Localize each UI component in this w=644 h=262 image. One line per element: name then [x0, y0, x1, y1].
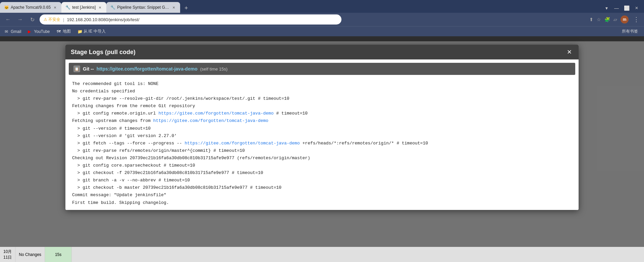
- all-bookmarks-label[interactable]: 所有书签: [622, 29, 638, 34]
- git-icon: 📋: [73, 66, 80, 72]
- modal-title: Stage Logs (pull code): [71, 49, 136, 56]
- tab2-label: test [Jenkins]: [72, 5, 96, 10]
- browser-chrome: 🐱 Apache Tomcat/9.0.65 ✕ 🔧 test [Jenkins…: [0, 0, 644, 36]
- log-line-12: > git checkout -f 20739ec21b16fa6a30db08…: [72, 169, 572, 177]
- log-link-8[interactable]: https://gitee.com/forgotten/tomcat-java-…: [184, 141, 300, 146]
- bookmarks-bar: ✉ Gmail ▶ YouTube 🗺 地图 📁 从 IE 中导入 所有书签: [0, 26, 644, 36]
- window-minimize-btn[interactable]: —: [612, 3, 621, 13]
- bookmark-youtube-label: YouTube: [34, 29, 50, 34]
- tab-bar: 🐱 Apache Tomcat/9.0.65 ✕ 🔧 test [Jenkins…: [0, 0, 644, 13]
- tab1-favicon: 🐱: [4, 5, 9, 10]
- bookmark-ie-import-label: 从 IE 中导入: [84, 29, 106, 34]
- address-bar-row: ← → ↻ ⚠ 不安全 | 192.168.200.10:8080/jenkin…: [0, 13, 644, 26]
- tab3-favicon: 🔧: [110, 5, 115, 10]
- tab2-close[interactable]: ✕: [98, 5, 102, 10]
- address-box[interactable]: ⚠ 不安全 | 192.168.200.10:8080/jenkins/job/…: [40, 14, 341, 25]
- git-self-time: (self time 15s): [200, 67, 228, 72]
- bottom-date: 10月11日: [3, 249, 12, 260]
- address-url: 192.168.200.10:8080/jenkins/job/test/: [67, 17, 139, 22]
- youtube-favicon: ▶: [28, 29, 33, 34]
- log-line-0: The recommended git tool is: NONE: [72, 80, 572, 88]
- log-line-14: > git checkout -b master 20739ec21b16fa6…: [72, 184, 572, 191]
- stage-logs-modal: Stage Logs (pull code) ✕ 📋 Git -- https:…: [65, 45, 579, 210]
- bottom-time-cell: 15s: [45, 247, 72, 262]
- share-icon[interactable]: ⬆: [589, 17, 593, 22]
- bookmarks-right: 所有书签: [622, 29, 641, 34]
- log-line-7: > git --version # 'git version 2.27.0': [72, 132, 572, 140]
- window-maximize-btn[interactable]: ⬜: [622, 3, 631, 13]
- gmail-favicon: ✉: [5, 29, 9, 34]
- log-line-2: > git rev-parse --resolve-git-dir /root/…: [72, 95, 572, 102]
- bookmark-star-icon[interactable]: ☆: [597, 17, 601, 22]
- bookmark-gmail-label: Gmail: [11, 29, 21, 34]
- log-link-5[interactable]: https://gitee.com/forgotten/tomcat-java-…: [153, 118, 268, 123]
- log-line-9: > git rev-parse refs/remotes/origin/mast…: [72, 147, 572, 155]
- log-line-11: > git config core.sparsecheckout # timeo…: [72, 162, 572, 169]
- log-line-6: > git --version # timeout=10: [72, 125, 572, 132]
- log-line-1: No credentials specified: [72, 88, 572, 95]
- bottom-date-cell: 10月11日: [0, 247, 15, 262]
- tab3-label: Pipeline Syntax: Snippet Gene...: [117, 5, 169, 10]
- bookmark-gmail[interactable]: ✉ Gmail: [3, 29, 22, 35]
- log-link-4[interactable]: https://gitee.com/forgotten/tomcat-java-…: [158, 111, 273, 116]
- window-controls: ▾ — ⬜ ✕: [602, 3, 644, 13]
- back-button[interactable]: ←: [3, 15, 13, 24]
- tab3-close[interactable]: ✕: [171, 5, 176, 10]
- browser-menu-button[interactable]: ⋮: [632, 14, 641, 25]
- log-line-13: > git branch -a -v --no-abbrev # timeout…: [72, 177, 572, 184]
- sidebar-icon[interactable]: ▱: [613, 17, 617, 22]
- address-right-icons: ⬆ ☆ 🧩 ▱ m ⋮: [589, 14, 641, 25]
- log-line-10: Checking out Revision 20739ec21b16fa6a30…: [72, 155, 572, 162]
- bookmark-youtube[interactable]: ▶ YouTube: [26, 29, 51, 35]
- refresh-button[interactable]: ↻: [28, 15, 37, 24]
- maps-favicon: 🗺: [57, 29, 61, 34]
- log-line-15: Commit message: "Update jenkinsfile": [72, 191, 572, 199]
- tab-jenkins[interactable]: 🔧 test [Jenkins] ✕: [61, 2, 106, 13]
- window-close-btn[interactable]: ✕: [632, 3, 641, 13]
- new-tab-button[interactable]: +: [181, 3, 191, 13]
- log-line-16: First time build. Skipping changelog.: [72, 199, 572, 207]
- tab-pipeline-syntax[interactable]: 🔧 Pipeline Syntax: Snippet Gene... ✕: [106, 2, 180, 13]
- bookmark-maps[interactable]: 🗺 地图: [55, 28, 72, 35]
- bottom-bar: 10月11日 No Changes 15s: [0, 247, 644, 262]
- git-prefix: Git --: [83, 66, 94, 72]
- window-dropdown-btn[interactable]: ▾: [602, 3, 611, 13]
- extensions-icon[interactable]: 🧩: [604, 17, 610, 22]
- log-line-3: Fetching changes from the remote Git rep…: [72, 102, 572, 110]
- log-line-4: > git config remote.origin.url https://g…: [72, 110, 572, 117]
- jenkins-header: [0, 36, 644, 41]
- log-line-8: > git fetch --tags --force --progress --…: [72, 140, 572, 147]
- modal-header: Stage Logs (pull code) ✕: [65, 45, 579, 59]
- git-url-link[interactable]: https://gitee.com/forgotten/tomcat-java-…: [97, 66, 198, 72]
- tab1-label: Apache Tomcat/9.0.65: [11, 5, 51, 10]
- bottom-changes-label: No Changes: [19, 252, 41, 257]
- bottom-time-label: 15s: [55, 252, 61, 257]
- modal-close-button[interactable]: ✕: [565, 48, 573, 56]
- tab-apache-tomcat[interactable]: 🐱 Apache Tomcat/9.0.65 ✕: [0, 2, 61, 13]
- bookmark-maps-label: 地图: [63, 29, 71, 34]
- security-warning: ⚠ 不安全: [44, 17, 60, 23]
- git-section-header: 📋 Git -- https://gitee.com/forgotten/tom…: [69, 63, 575, 75]
- log-content: The recommended git tool is: NONE No cre…: [65, 77, 579, 210]
- bottom-changes-cell: No Changes: [15, 247, 45, 262]
- tab2-favicon: 🔧: [65, 5, 70, 10]
- forward-button[interactable]: →: [15, 15, 25, 24]
- bookmark-ie-import[interactable]: 📁 从 IE 中导入: [76, 28, 107, 35]
- modal-overlay: Stage Logs (pull code) ✕ 📋 Git -- https:…: [0, 41, 644, 262]
- ie-import-favicon: 📁: [77, 29, 82, 34]
- log-line-5: Fetching upstream changes from https://g…: [72, 117, 572, 125]
- tab1-close[interactable]: ✕: [53, 5, 57, 10]
- profile-button[interactable]: m: [621, 15, 629, 24]
